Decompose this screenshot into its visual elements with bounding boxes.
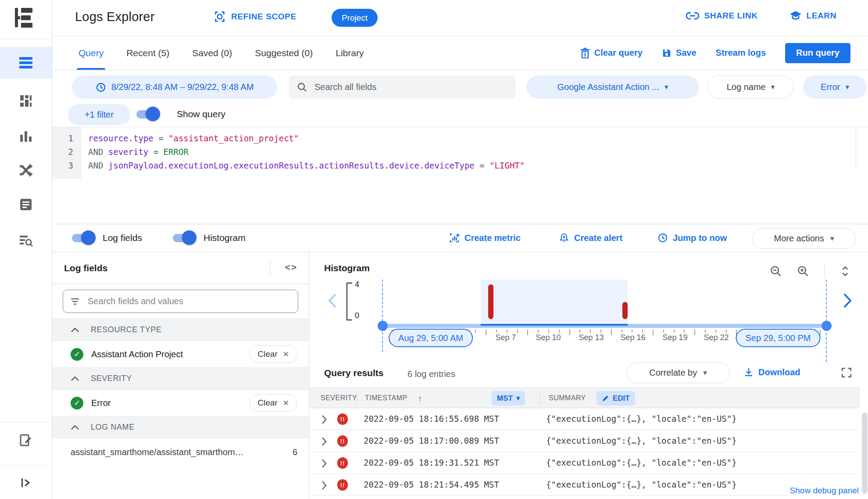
main-area: Logs Explorer REFINE SCOPE Project [52, 0, 868, 499]
table-row[interactable]: !! 2022-09-05 18:16:55.698 MST {"executi… [309, 408, 860, 430]
tab-saved[interactable]: Saved (0) [181, 36, 243, 70]
time-range-filter[interactable]: 8/29/22, 8:48 AM – 9/29/22, 9:48 AM [72, 75, 277, 99]
timezone-dropdown[interactable]: MST ▾ [492, 391, 525, 406]
extra-filters-chip[interactable]: +1 filter [68, 104, 130, 125]
sidebar-item-logs-explorer[interactable] [0, 47, 52, 79]
vertical-scrollbar[interactable] [862, 413, 868, 494]
log-timestamp: 2022-09-05 18:19:31.521 MST [364, 458, 499, 467]
log-fields-search-input[interactable] [87, 296, 291, 307]
learn-button[interactable]: LEARN [789, 11, 836, 21]
field-row-assistant-action-project[interactable]: ✓ Assistant Action Project Clear ✕ [52, 341, 309, 367]
show-query-toggle[interactable] [136, 108, 159, 120]
search-all-fields-input[interactable] [314, 82, 507, 93]
chevron-down-icon: ▾ [703, 369, 707, 377]
stream-logs-button[interactable]: Stream logs [716, 48, 766, 58]
log-fields-title: Log fields [64, 263, 107, 273]
log-fields-toggle-label: Log fields [103, 233, 142, 243]
clock-icon [657, 233, 668, 243]
clear-severity-filter-button[interactable]: Clear ✕ [249, 394, 297, 412]
chevron-down-icon: ▾ [845, 83, 849, 91]
log-summary: {"executionLog":{…}, "locale":"en-US"} [546, 436, 768, 445]
tab-suggested[interactable]: Suggested (0) [243, 36, 324, 70]
show-debug-panel-link[interactable]: Show debug panel [787, 484, 861, 497]
table-row[interactable]: !! 2022-09-05 18:19:31.521 MST {"executi… [309, 452, 860, 474]
download-button[interactable]: Download [743, 367, 800, 377]
fullscreen-icon[interactable] [841, 367, 852, 378]
search-list-icon [19, 234, 33, 247]
histogram-toggle[interactable] [172, 232, 196, 244]
sidebar-item-logs-dashboard[interactable] [0, 87, 52, 115]
table-row[interactable]: !! 2022-09-05 18:21:54.495 MST {"executi… [309, 474, 860, 496]
content-area: Log fields <> RESOURCE TYPE [52, 252, 868, 499]
log-name-filter-dropdown[interactable]: Log name ▾ [707, 75, 794, 99]
log-summary: {"executionLog":{…}, "locale":"en-US"} [546, 414, 768, 424]
query-line-2: AND severity = ERROR [88, 147, 189, 157]
log-fields-toggle[interactable] [71, 232, 95, 244]
column-timestamp[interactable]: TIMESTAMP [365, 394, 407, 402]
refine-scope-button[interactable]: REFINE SCOPE [214, 11, 296, 23]
sidebar [0, 0, 52, 499]
tab-library[interactable]: Library [324, 36, 375, 70]
field-row-error[interactable]: ✓ Error Clear ✕ [52, 390, 309, 416]
log-timestamp: 2022-09-05 18:17:00.089 MST [364, 436, 499, 445]
tab-query[interactable]: Query [67, 36, 115, 70]
divider [540, 391, 540, 406]
section-log-name[interactable]: LOG NAME [52, 416, 309, 438]
clear-resource-filter-button[interactable]: Clear ✕ [249, 345, 297, 363]
sidebar-item-log-metrics[interactable] [0, 122, 52, 151]
save-button[interactable]: Save [662, 48, 697, 58]
sort-ascending-icon[interactable]: ↑ [418, 394, 422, 404]
search-all-fields[interactable] [289, 75, 515, 99]
share-link-button[interactable]: SHARE LINK [686, 11, 757, 21]
share-link-icon [686, 12, 699, 20]
run-query-button[interactable]: Run query [785, 43, 850, 63]
error-severity-icon: !! [337, 457, 348, 469]
histogram-bar[interactable] [488, 284, 493, 319]
range-start-pill[interactable]: Aug 29, 5:00 AM [389, 329, 473, 347]
histogram-selection[interactable] [481, 280, 628, 324]
sidebar-item-release-notes[interactable] [0, 426, 52, 454]
chevron-left-icon[interactable] [328, 293, 337, 309]
code-panel-icon[interactable]: <> [285, 262, 297, 273]
resource-type-filter-dropdown[interactable]: Google Assistant Action ... ▾ [526, 75, 699, 99]
create-alert-button[interactable]: Create alert [559, 233, 622, 243]
section-severity[interactable]: SEVERITY [52, 367, 309, 390]
scope-project-badge[interactable]: Project [332, 9, 378, 27]
more-actions-dropdown[interactable]: More actions ▾ [752, 228, 856, 249]
jump-to-now-button[interactable]: Jump to now [657, 233, 727, 243]
divider [357, 391, 357, 406]
correlate-by-dropdown[interactable]: Correlate by ▾ [626, 363, 730, 383]
search-icon [297, 82, 307, 93]
sidebar-item-logs-router[interactable] [0, 156, 52, 184]
query-editor[interactable]: 1 2 3 resource.type = "assistant_action_… [52, 127, 868, 224]
histogram-plot: 4 0 Aug 29, 5:00 AM [309, 252, 868, 359]
clock-icon [96, 82, 106, 93]
column-severity: SEVERITY [321, 394, 357, 402]
sidebar-item-log-search[interactable] [0, 226, 52, 255]
expand-row-chevron-icon[interactable] [321, 437, 327, 446]
field-row-log-name[interactable]: assistant_smarthome/assistant_smarthom… … [52, 438, 309, 466]
column-summary: SUMMARY [549, 394, 586, 402]
x-tick-label: Sep 19 [662, 333, 687, 342]
sidebar-item-log-storage[interactable] [0, 190, 52, 219]
severity-filter-dropdown[interactable]: Error ▾ [803, 75, 867, 99]
chevron-right-icon[interactable] [843, 293, 852, 309]
sidebar-item-expand-panel[interactable] [0, 469, 52, 497]
tab-recent[interactable]: Recent (5) [115, 36, 181, 70]
histogram-bar[interactable] [622, 302, 628, 320]
query-results-panel: Query results 6 log entries Correlate by… [309, 359, 868, 499]
expand-row-chevron-icon[interactable] [321, 481, 327, 490]
section-resource-type[interactable]: RESOURCE TYPE [52, 319, 309, 341]
expand-row-chevron-icon[interactable] [321, 415, 327, 424]
logs-list-icon [18, 56, 33, 69]
line-number: 3 [52, 161, 73, 170]
edit-summary-button[interactable]: EDIT [597, 391, 635, 406]
table-row[interactable]: !! 2022-09-05 18:17:00.089 MST {"executi… [309, 430, 860, 452]
divider [270, 260, 270, 276]
create-metric-button[interactable]: Create metric [449, 233, 521, 243]
expand-row-chevron-icon[interactable] [321, 459, 327, 468]
log-timestamp: 2022-09-05 18:16:55.698 MST [364, 414, 499, 424]
log-fields-search[interactable] [63, 290, 298, 313]
clear-query-button[interactable]: Clear query [580, 48, 643, 58]
range-end-pill[interactable]: Sep 29, 5:00 PM [736, 329, 821, 347]
